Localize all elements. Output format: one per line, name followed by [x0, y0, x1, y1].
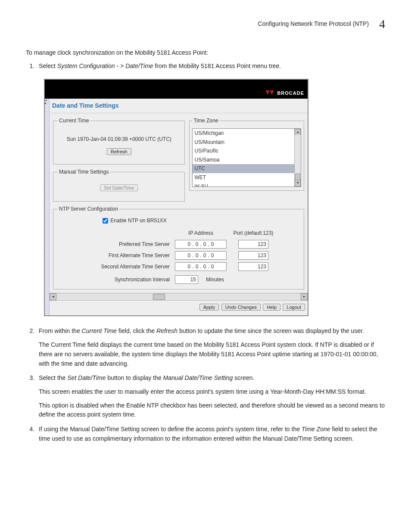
step-2: From within the Current Time field, clic… — [36, 327, 385, 368]
manual-time-fieldset: Manual Time Settings Set Date/Time — [53, 168, 185, 202]
ip-address-header: IP Address — [175, 229, 227, 237]
timezone-item[interactable]: WET — [193, 173, 301, 182]
timezone-list[interactable]: US/MichiganUS/MountainUS/PacificUS/Samoa… — [192, 128, 301, 187]
step-3: Select the Set Date/Time button to displ… — [36, 373, 385, 420]
logout-button[interactable]: Logout — [283, 304, 305, 311]
sync-interval-unit: Minutes — [206, 276, 299, 284]
sync-interval-label: Synchronization Interval — [58, 276, 170, 284]
timezone-scrollbar[interactable]: ▴ ▾ — [294, 129, 301, 187]
enable-ntp-checkbox[interactable] — [103, 218, 108, 224]
undo-changes-button[interactable]: Undo Changes — [221, 304, 261, 311]
current-time-value: Sun 1970-Jan-04 01:09:39 +0000 UTC (UTC) — [58, 135, 180, 143]
timezone-fieldset: Time Zone US/MichiganUS/MountainUS/Pacif… — [189, 117, 304, 191]
refresh-button[interactable]: Refresh — [107, 148, 131, 155]
horizontal-scrollbar[interactable]: ◂ ▸ — [50, 293, 308, 300]
timezone-item[interactable]: US/Pacific — [193, 146, 301, 156]
ip-address-input[interactable]: 0.0.0.0 — [175, 240, 227, 249]
timezone-item[interactable]: US/Samoa — [193, 156, 301, 165]
port-header: Port (default:123) — [232, 229, 275, 237]
timezone-legend: Time Zone — [192, 117, 219, 125]
header-title: Configuring Network Time Protocol (NTP) — [258, 20, 369, 27]
current-time-fieldset: Current Time Sun 1970-Jan-04 01:09:39 +0… — [53, 117, 185, 165]
timezone-item[interactable]: US/Michigan — [193, 129, 301, 138]
apply-button[interactable]: Apply — [199, 304, 219, 311]
ip-address-input[interactable]: 0.0.0.0 — [175, 251, 227, 260]
ntp-fieldset: NTP Server Configuration Enable NTP on B… — [53, 205, 304, 289]
help-button[interactable]: Help — [263, 304, 280, 311]
ip-address-input[interactable]: 0.0.0.0 — [175, 262, 227, 271]
menu-path: System Configuration - > Date/Time — [57, 62, 153, 69]
port-input[interactable]: 123 — [238, 262, 268, 271]
steps-list: Select System Configuration - > Date/Tim… — [26, 62, 385, 443]
scroll-down-icon[interactable]: ▾ — [295, 180, 301, 187]
chapter-number: 4 — [379, 17, 385, 31]
timezone-item[interactable]: W-SU — [193, 182, 301, 187]
intro-paragraph: To manage clock synchronization on the M… — [26, 48, 385, 57]
enable-ntp-label[interactable]: Enable NTP on BR51XX — [101, 218, 167, 224]
titlebar: BROCADE — [45, 80, 308, 99]
settings-screenshot: BROCADE ◂▸ Date and Time Settings Curren… — [44, 79, 308, 317]
collapse-icon: ◂▸ — [45, 99, 47, 105]
step-3-para1: This screen enables the user to manually… — [39, 387, 385, 397]
step-3-para2: This option is disabled when the Enable … — [39, 401, 385, 420]
step-2-para: The Current Time field displays the curr… — [39, 340, 385, 368]
timezone-item[interactable]: UTC — [193, 164, 301, 173]
panel-title: Date and Time Settings — [50, 99, 308, 114]
timezone-item[interactable]: US/Mountain — [193, 138, 301, 147]
port-input[interactable]: 123 — [238, 240, 268, 249]
ntp-row-label: Second Alternate Time Server — [58, 263, 170, 271]
scroll-left-icon[interactable]: ◂ — [50, 293, 56, 300]
footer-buttons: Apply Undo Changes Help Logout — [50, 300, 308, 316]
set-date-time-button[interactable]: Set Date/Time — [100, 184, 138, 191]
ntp-legend: NTP Server Configuration — [58, 205, 119, 213]
brand-logo-icon — [265, 90, 274, 98]
page-header: Configuring Network Time Protocol (NTP) … — [26, 17, 385, 31]
brand-area: BROCADE — [265, 90, 304, 98]
scroll-right-icon[interactable]: ▸ — [301, 293, 308, 300]
ntp-row-label: Preferred Time Server — [58, 240, 170, 249]
brand-text: BROCADE — [277, 90, 304, 96]
current-time-legend: Current Time — [58, 117, 90, 125]
left-sidebar-handle[interactable]: ◂▸ — [45, 99, 50, 316]
step-1: Select System Configuration - > Date/Tim… — [36, 62, 385, 316]
manual-time-legend: Manual Time Settings — [58, 168, 110, 176]
hscroll-thumb[interactable] — [153, 294, 165, 300]
port-input[interactable]: 123 — [238, 251, 268, 260]
sync-interval-input[interactable]: 15 — [175, 275, 198, 284]
ntp-row-label: First Alternate Time Server — [58, 252, 170, 260]
step-4: If using the Manual Date/Time Setting sc… — [36, 425, 385, 443]
